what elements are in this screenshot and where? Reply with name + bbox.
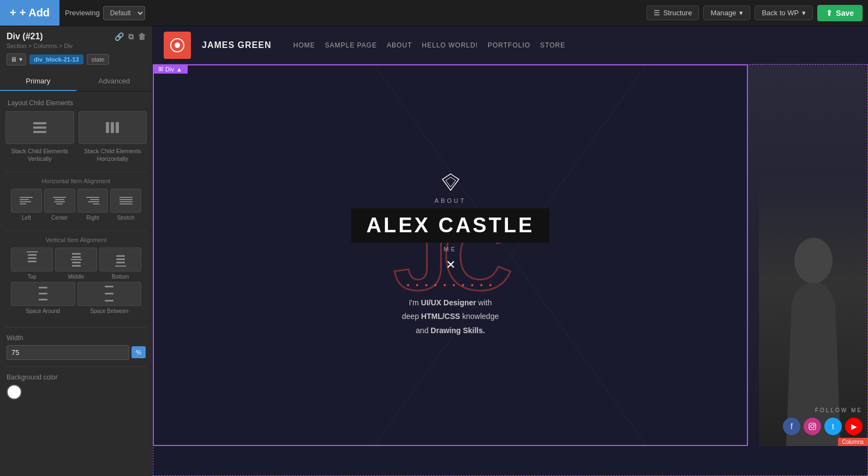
h-align-right-label: Right xyxy=(86,215,99,221)
svg-rect-8 xyxy=(28,257,37,259)
v-align-middle[interactable]: Middle xyxy=(55,248,97,280)
h-align-center-label: Center xyxy=(51,215,68,221)
hero-me: ME xyxy=(444,246,457,252)
svg-point-26 xyxy=(175,43,180,48)
copy-icon[interactable]: ⧉ xyxy=(128,32,134,41)
link-icon[interactable]: 🔗 xyxy=(115,32,124,41)
v-align-space-between-label: Space Between xyxy=(90,308,128,314)
v-align-space-between-box xyxy=(77,282,142,306)
hero-title-bg: ALEX CASTLE xyxy=(351,208,550,243)
stack-horizontal-option[interactable]: Stack Child Elements Horizontally xyxy=(79,111,147,163)
v-align-space-around-box xyxy=(11,282,75,306)
delete-icon[interactable]: 🗑 xyxy=(138,32,146,41)
h-align-center[interactable]: Center xyxy=(44,189,75,221)
v-align-bottom-label: Bottom xyxy=(112,274,129,280)
youtube-icon[interactable]: ▶ xyxy=(845,418,863,435)
h-align-stretch-label: Stretch xyxy=(117,215,135,221)
h-align-left[interactable]: Left xyxy=(11,189,42,221)
manage-chevron: ▾ xyxy=(739,9,743,17)
device-selector[interactable]: 🖥 ▾ xyxy=(7,53,26,65)
v-align-space-between-icon xyxy=(103,285,116,303)
previewing-section: Previewing Default xyxy=(65,6,145,20)
preview-site: JAMES GREEN HOME SAMPLE PAGE ABOUT HELLO… xyxy=(153,26,868,476)
instagram-icon[interactable] xyxy=(804,418,821,435)
nav-hello[interactable]: HELLO WORLD! xyxy=(422,41,478,49)
v-align-bottom[interactable]: Bottom xyxy=(99,248,141,280)
svg-rect-9 xyxy=(28,261,37,262)
svg-rect-5 xyxy=(116,122,119,133)
topbar: + + Add Previewing Default ☰ Structure M… xyxy=(0,0,868,26)
v-align-space-around-label: Space Around xyxy=(26,308,60,314)
preview-dropdown[interactable]: Default xyxy=(103,6,145,20)
svg-rect-3 xyxy=(106,122,109,133)
stack-vertical-icon xyxy=(31,119,49,136)
div-tag-icon: ⊞ xyxy=(158,65,163,73)
v-align-space-around-icon xyxy=(37,285,50,303)
person-silhouette xyxy=(759,173,868,446)
panel-tabs: Primary Advanced xyxy=(0,72,152,92)
panel-title-icons: 🔗 ⧉ 🗑 xyxy=(115,32,146,41)
v-align-middle-icon xyxy=(70,250,83,269)
svg-rect-22 xyxy=(105,286,113,287)
add-button[interactable]: + + Add xyxy=(0,0,59,26)
v-align-bottom-box xyxy=(99,248,141,272)
background-color-swatch[interactable] xyxy=(7,384,22,400)
nav-home[interactable]: HOME xyxy=(293,41,315,49)
divider-2 xyxy=(5,231,147,231)
nav-about[interactable]: ABOUT xyxy=(387,41,412,49)
desktop-icon: 🖥 xyxy=(10,56,17,63)
twitter-icon[interactable]: t xyxy=(824,418,842,435)
svg-rect-10 xyxy=(72,253,81,255)
id-badge[interactable]: div_block-21-13 xyxy=(29,55,83,64)
back-to-wp-label: Back to WP xyxy=(762,9,799,17)
save-button[interactable]: ⬆ Save xyxy=(817,5,863,21)
nav-store[interactable]: STORE xyxy=(540,41,565,49)
stack-vertical-option[interactable]: Stack Child Elements Vertically xyxy=(5,111,74,163)
width-unit[interactable]: % xyxy=(131,346,146,358)
svg-rect-0 xyxy=(33,122,46,124)
back-to-wp-button[interactable]: Back to WP ▾ xyxy=(755,5,813,20)
hero-title: ALEX CASTLE xyxy=(367,214,535,237)
svg-rect-32 xyxy=(809,423,816,430)
columns-tag[interactable]: Columns xyxy=(838,438,868,446)
h-align-stretch[interactable]: Stretch xyxy=(110,189,141,221)
add-label: + Add xyxy=(20,7,50,19)
stack-horizontal-label: Stack Child Elements Horizontally xyxy=(79,147,147,163)
vertical-alignment-label: Vertical Item Alignment xyxy=(5,237,147,243)
stack-horizontal-box xyxy=(79,111,147,144)
structure-icon: ☰ xyxy=(654,9,660,17)
hero-about: ABOUT xyxy=(435,197,466,204)
left-panel: Div (#21) 🔗 ⧉ 🗑 Section > Columns > Div … xyxy=(0,26,153,476)
div-tag[interactable]: ⊞ Div ▲ xyxy=(153,64,188,74)
preview-nav: JAMES GREEN HOME SAMPLE PAGE ABOUT HELLO… xyxy=(153,26,868,64)
canvas-area: JAMES GREEN HOME SAMPLE PAGE ABOUT HELLO… xyxy=(153,26,868,476)
v-align-space-between[interactable]: Space Between xyxy=(77,282,142,314)
h-align-right-box xyxy=(77,189,109,213)
svg-rect-19 xyxy=(39,287,47,288)
v-align-top[interactable]: Top xyxy=(11,248,53,280)
structure-button[interactable]: ☰ Structure xyxy=(646,5,699,20)
tab-advanced[interactable]: Advanced xyxy=(76,72,153,91)
v-align-space-around[interactable]: Space Around xyxy=(11,282,75,314)
v-align-grid-spacing: Space Around Space Between xyxy=(5,282,147,320)
divider-3 xyxy=(5,327,147,328)
tab-primary[interactable]: Primary xyxy=(0,72,76,91)
layout-section-label: Layout Child Elements xyxy=(0,92,152,111)
h-align-right[interactable]: Right xyxy=(77,189,109,221)
manage-button[interactable]: Manage ▾ xyxy=(703,5,750,20)
divider-4 xyxy=(5,366,147,367)
svg-rect-21 xyxy=(39,299,47,300)
divider-1 xyxy=(5,172,147,172)
hero-desc-line1: I'm UI/UX Designer with xyxy=(409,298,492,307)
svg-rect-23 xyxy=(105,293,113,294)
svg-rect-15 xyxy=(116,255,125,257)
facebook-icon[interactable]: f xyxy=(783,418,800,435)
nav-sample[interactable]: SAMPLE PAGE xyxy=(325,41,376,49)
width-input[interactable]: 75 xyxy=(7,345,129,360)
nav-portfolio[interactable]: PORTFOLIO xyxy=(488,41,530,49)
preview-hero: ⊞ Div ▲ JC xyxy=(153,64,868,446)
v-align-grid-top: Top Middle xyxy=(5,248,147,282)
state-badge[interactable]: state xyxy=(87,54,110,65)
topbar-right: ☰ Structure Manage ▾ Back to WP ▾ ⬆ Save xyxy=(646,5,868,21)
v-align-top-icon xyxy=(26,250,39,269)
